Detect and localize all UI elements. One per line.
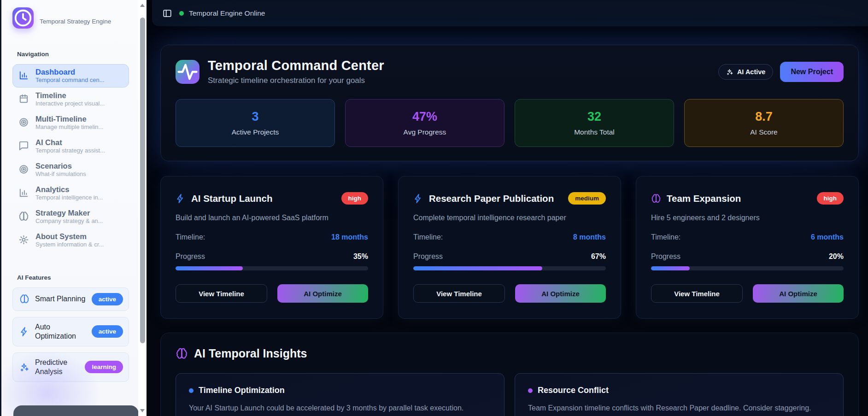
- progress-value: 67%: [591, 252, 606, 261]
- stat-value: 3: [252, 110, 258, 124]
- nav-item-label: Multi-Timeline: [35, 115, 103, 123]
- progress-bar-fill: [413, 266, 542, 270]
- insight-text: Your AI Startup Launch could be accelera…: [189, 403, 491, 413]
- project-title: AI Startup Launch: [191, 193, 273, 204]
- nav-item-description: Company strategy & an...: [35, 217, 103, 224]
- ai-feature-item[interactable]: Smart Planning active: [12, 287, 129, 311]
- app-logo: [12, 7, 34, 29]
- chat-icon: [18, 141, 29, 151]
- sparkles-icon: [19, 362, 29, 372]
- nav-item-label: Scenarios: [35, 162, 86, 170]
- sidebar-nav-item[interactable]: Analytics Temporal intelligence in...: [12, 182, 129, 205]
- status-dot: [179, 11, 184, 16]
- nav-item-description: System information & cr...: [35, 241, 104, 248]
- nav-item-description: Temporal intelligence in...: [35, 194, 103, 201]
- timeline-label: Timeline:: [413, 233, 443, 241]
- priority-badge: medium: [568, 192, 606, 205]
- target-icon: [18, 164, 29, 175]
- panel-left-icon[interactable]: [162, 8, 172, 18]
- stats-row: 3 Active Projects 47% Avg Progress 32 Mo…: [176, 99, 844, 147]
- ai-feature-item[interactable]: Predictive Analysis learning: [12, 352, 129, 382]
- gear-icon: [18, 234, 29, 245]
- brand-title: Temporal Strategy Engine: [40, 18, 111, 25]
- timeline-label: Timeline:: [176, 233, 205, 241]
- nav-item-label: AI Chat: [35, 138, 105, 147]
- project-description: Complete temporal intelligence research …: [413, 214, 606, 222]
- ai-features-list: Smart Planning active Auto Optimization …: [12, 287, 129, 382]
- sidebar-nav-item[interactable]: AI Chat Temporal strategy assist...: [12, 135, 129, 158]
- feature-label: Predictive Analysis: [35, 358, 79, 376]
- target-icon: [18, 117, 29, 128]
- stat-box: 8.7 AI Score: [684, 99, 844, 147]
- scroll-up-arrow-icon[interactable]: [140, 4, 145, 7]
- insight-title: Resource Conflict: [538, 386, 609, 395]
- progress-bar: [651, 266, 844, 270]
- insight-card: Timeline Optimization Your AI Startup La…: [176, 373, 504, 416]
- view-timeline-button[interactable]: View Timeline: [176, 284, 267, 303]
- sidebar-scrollbar-thumb[interactable]: [140, 18, 145, 343]
- project-card: Team Expansion high Hire 5 engineers and…: [636, 176, 859, 319]
- stat-value: 8.7: [755, 110, 773, 124]
- sidebar-nav-item[interactable]: About System System information & cr...: [12, 229, 129, 252]
- feature-label: Smart Planning: [35, 294, 85, 304]
- bolt-icon: [19, 327, 29, 337]
- sidebar-nav-item[interactable]: Dashboard Temporal command cen...: [12, 64, 129, 88]
- sidebar-bottom-card[interactable]: [13, 405, 139, 416]
- clock-icon: [12, 7, 34, 29]
- scroll-down-arrow-icon[interactable]: [140, 409, 145, 412]
- nav-item-label: Analytics: [35, 185, 103, 194]
- status-text: Temporal Engine Online: [189, 9, 265, 18]
- view-timeline-button[interactable]: View Timeline: [413, 284, 505, 303]
- insight-dot: [528, 388, 533, 393]
- sidebar-scrollbar[interactable]: [138, 0, 147, 416]
- bolt-icon: [176, 193, 186, 204]
- sidebar-nav-item[interactable]: Multi-Timeline Manage multiple timelin..…: [12, 111, 129, 135]
- stat-box: 47% Avg Progress: [345, 99, 504, 147]
- nav-item-description: Temporal strategy assist...: [35, 147, 105, 154]
- progress-bar: [176, 266, 368, 270]
- ai-feature-item[interactable]: Auto Optimization active: [12, 317, 129, 346]
- brain-icon: [176, 347, 188, 360]
- brain-icon: [651, 193, 661, 204]
- bar-chart-icon: [18, 70, 29, 81]
- feature-status-badge: active: [92, 325, 123, 338]
- progress-bar-fill: [176, 266, 243, 270]
- hero-icon-tile: [176, 60, 199, 84]
- nav-item-label: Strategy Maker: [35, 209, 103, 217]
- features-section-header: AI Features: [17, 274, 129, 281]
- calendar-icon: [18, 94, 29, 104]
- stat-label: AI Score: [750, 128, 777, 136]
- stat-box: 3 Active Projects: [176, 99, 335, 147]
- activity-icon: [176, 60, 199, 84]
- nav-item-description: Manage multiple timelin...: [35, 123, 103, 130]
- insight-title: Timeline Optimization: [199, 386, 285, 395]
- projects-row: AI Startup Launch high Build and launch …: [160, 176, 859, 319]
- main-area: Temporal Engine Online Temporal Command …: [147, 0, 868, 416]
- sparkles-icon: [726, 68, 733, 76]
- engine-status: Temporal Engine Online: [179, 9, 265, 18]
- ai-optimize-button[interactable]: AI Optimize: [753, 284, 844, 303]
- ai-optimize-button[interactable]: AI Optimize: [515, 284, 606, 303]
- timeline-label: Timeline:: [651, 233, 680, 241]
- view-timeline-button[interactable]: View Timeline: [651, 284, 743, 303]
- page-title: Temporal Command Center: [208, 58, 384, 73]
- priority-badge: high: [341, 192, 369, 205]
- stat-value: 32: [587, 110, 601, 124]
- sidebar-nav-item[interactable]: Strategy Maker Company strategy & an...: [12, 205, 129, 229]
- insight-dot: [189, 388, 194, 393]
- progress-value: 20%: [829, 252, 844, 261]
- timeline-value: 8 months: [573, 233, 606, 241]
- new-project-button[interactable]: New Project: [780, 62, 844, 82]
- timeline-value: 6 months: [811, 233, 844, 241]
- ai-insights-section: AI Temporal Insights Timeline Optimizati…: [160, 333, 859, 416]
- insights-grid: Timeline Optimization Your AI Startup La…: [176, 373, 844, 416]
- sidebar-nav-item[interactable]: Scenarios What-if simulations: [12, 158, 129, 182]
- project-title: Research Paper Publication: [429, 193, 554, 204]
- ai-optimize-button[interactable]: AI Optimize: [277, 284, 368, 303]
- brain-icon: [19, 294, 29, 304]
- ai-active-badge[interactable]: AI Active: [718, 64, 774, 80]
- brain-icon: [18, 211, 29, 222]
- sidebar: Temporal Strategy Engine Navigation Dash…: [0, 0, 147, 416]
- sidebar-nav-item[interactable]: Timeline Interactive project visual...: [12, 88, 129, 111]
- nav-item-description: Interactive project visual...: [35, 100, 105, 107]
